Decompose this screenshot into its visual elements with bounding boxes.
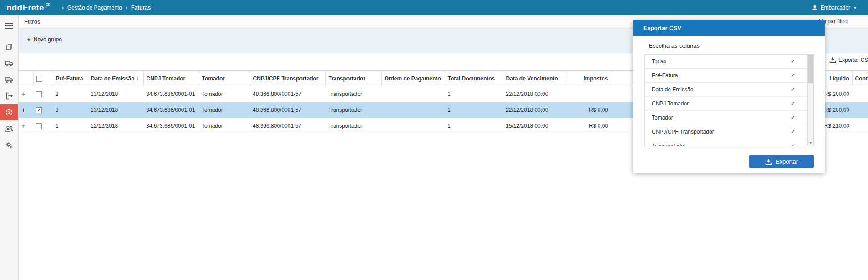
col-header-data-emissao[interactable]: Data de Emissão↓ [88,71,143,86]
col-header-impostos[interactable]: Impostos [565,71,611,86]
cell-tomador: Tomador [199,118,250,134]
cell-transportador: Transportador [325,86,381,102]
user-icon [812,5,818,11]
row-checkbox[interactable]: ✓ [36,107,42,113]
list-scrollbar[interactable]: ▾ [807,55,813,146]
chevron-down-icon: ▾ [854,5,856,10]
payments-icon: $ [5,108,13,116]
col-header-cnpj-transportador[interactable]: CNPJ/CPF Transportador [250,71,325,86]
svg-text:$: $ [8,110,10,115]
sidebar-item-menu[interactable] [0,18,18,34]
expand-row-icon[interactable]: + [21,90,25,98]
user-menu[interactable]: Embarcador ▾ [812,5,856,11]
cell-ordem-pagamento [381,102,445,118]
sign-out-icon [5,92,13,100]
sidebar-item-users[interactable] [0,120,18,137]
cell-impostos: R$ 0,00 [565,102,611,118]
cell-emissao: 12/12/2018 [88,118,143,134]
col-header-cnpj-tomador[interactable]: CNPJ Tomador [143,71,199,86]
column-option[interactable]: Data de Emissão✓ [645,83,813,97]
cell-cobranca [852,118,868,134]
cell-tomador: Tomador [199,86,250,102]
breadcrumb: › Gestão de Pagamento › Faturas [62,5,151,11]
col-header-transportador[interactable]: Transportador [325,71,381,86]
cell-cnpj-transportador: 48.366.800/0001-57 [250,118,325,134]
documents-icon [5,43,13,51]
check-icon: ✓ [791,55,795,69]
breadcrumb-item-gestao[interactable]: Gestão de Pagamento [67,5,122,11]
cell-cobranca [852,102,868,118]
select-all-checkbox[interactable]: ✓ [36,76,42,82]
cell-cobranca [852,86,868,102]
menu-icon [5,23,13,29]
cell-vencimento: 15/12/2018 00:00 [503,118,565,134]
sidebar-item-truck[interactable] [0,55,18,71]
app-logo[interactable]: nddFrete [6,3,50,13]
check-icon: ✓ [791,139,795,146]
cell-pre-fatura: 2 [53,86,88,102]
col-header-ordem-pagamento[interactable]: Ordem de Pagamento [381,71,445,86]
column-option[interactable]: CNPJ/CPF Transportador✓ [645,125,813,139]
cell-emissao: 13/12/2018 [88,86,143,102]
col-header-pre-fatura[interactable]: Pré-Fatura [53,71,88,86]
scrollbar-down-arrow[interactable]: ▾ [808,140,813,146]
cell-total-documentos: 1 [445,86,503,102]
row-checkbox[interactable]: ✓ [36,91,42,97]
settings-gear-icon [5,141,13,149]
cell-cnpj-tomador: 34.673.686/0001-01 [143,86,199,102]
cell-total-documentos: 1 [445,102,503,118]
column-option-list: Todas✓ Pré-Fatura✓ Data de Emissão✓ CNPJ… [644,54,814,146]
download-icon [829,57,836,63]
export-csv-button[interactable]: Exportar CSV [829,57,868,63]
check-icon: ✓ [791,83,795,97]
sidebar-item-documents[interactable] [0,39,18,55]
sidebar-item-delivery[interactable] [0,71,18,88]
sort-desc-icon: ↓ [137,75,139,82]
col-header-select: ✓ [33,71,53,86]
export-csv-modal: Exportar CSV Escolha as colunas Todas✓ P… [633,20,825,173]
filters-title: Filtros [24,18,40,25]
col-header-data-vencimento[interactable]: Data de Vencimento [503,71,565,86]
new-group-label: Novo grupo [34,36,62,43]
breadcrumb-item-faturas[interactable]: Faturas [131,5,151,11]
cell-cnpj-transportador: 48.366.800/0001-57 [250,102,325,118]
modal-subtitle: Escolha as colunas [649,42,814,49]
col-header-total-documentos[interactable]: Total Documentos [445,71,503,86]
column-option[interactable]: Tomador✓ [645,111,813,125]
col-header-cobranca[interactable]: Cobrança [852,71,868,86]
expand-row-icon[interactable]: + [21,122,25,130]
cell-ordem-pagamento [381,86,445,102]
cell-cnpj-tomador: 34.673.686/0001-01 [143,102,199,118]
column-option[interactable]: Todas✓ [645,55,813,69]
check-icon: ✓ [791,111,795,125]
export-button[interactable]: Exportar [749,155,814,168]
sidebar-item-sign-out[interactable] [0,88,18,104]
check-icon: ✓ [791,69,795,83]
check-icon: ✓ [791,97,795,111]
column-option[interactable]: Pré-Fatura✓ [645,69,813,83]
cell-total-documentos: 1 [445,118,503,134]
download-icon [765,159,772,165]
col-header-expand [19,71,33,86]
cell-impostos: R$ 0,00 [565,118,611,134]
sidebar-item-settings[interactable] [0,137,18,153]
new-group-button[interactable]: + Novo grupo [27,36,62,43]
logo-flag-icon [45,3,50,8]
cell-vencimento: 22/12/2018 00:00 [503,86,565,102]
app-logo-text: nddFrete [6,3,44,13]
col-header-tomador[interactable]: Tomador [199,71,250,86]
scrollbar-thumb[interactable] [808,55,813,83]
row-checkbox[interactable]: ✓ [36,123,42,129]
sidebar-item-payments[interactable]: $ [0,104,18,120]
column-option[interactable]: Transportador✓ [645,139,813,146]
breadcrumb-separator: › [126,5,127,11]
check-icon: ✓ [791,125,795,139]
cell-transportador: Transportador [325,118,381,134]
delivery-truck-icon [5,75,14,84]
column-option[interactable]: CNPJ Tomador✓ [645,97,813,111]
expand-row-icon[interactable]: + [21,106,25,114]
modal-title: Exportar CSV [633,20,825,36]
cell-pre-fatura: 1 [53,118,88,134]
cell-ordem-pagamento [381,118,445,134]
plus-icon: + [27,36,31,43]
